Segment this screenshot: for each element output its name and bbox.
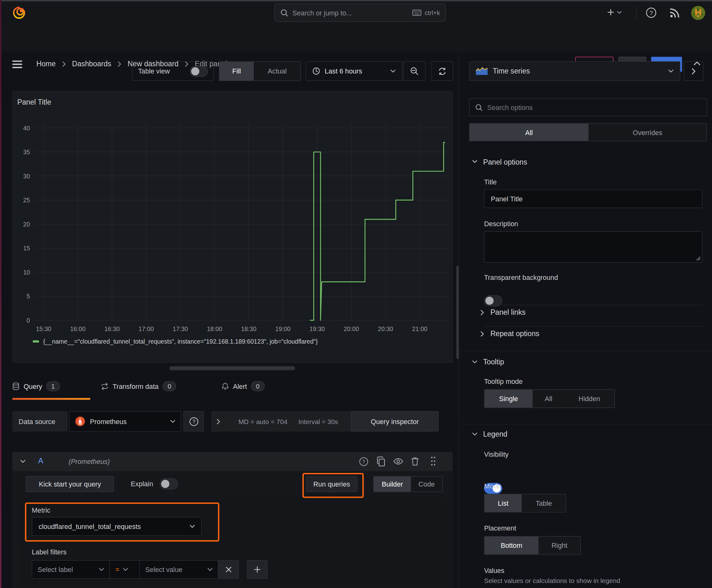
- duplicate-query-button[interactable]: [376, 456, 386, 467]
- table-view-toggle[interactable]: [190, 66, 208, 77]
- tab-alert[interactable]: Alert 0: [222, 380, 265, 393]
- placement-right-option[interactable]: Right: [538, 537, 580, 554]
- tab-overrides[interactable]: Overrides: [589, 123, 707, 141]
- svg-text:5: 5: [27, 293, 30, 300]
- tooltip-mode-label: Tooltip mode: [484, 378, 523, 385]
- chevron-down-icon[interactable]: [20, 460, 25, 463]
- visibility-label: Visibility: [484, 450, 509, 458]
- chevron-right-icon[interactable]: [217, 419, 220, 424]
- panel-options-heading[interactable]: Panel options: [483, 158, 527, 166]
- code-option[interactable]: Code: [411, 477, 442, 491]
- legend-collapse[interactable]: [472, 433, 477, 436]
- tooltip-collapse[interactable]: [472, 360, 477, 363]
- svg-text:30: 30: [23, 173, 30, 180]
- svg-text:?: ?: [362, 459, 365, 465]
- repeat-options-heading[interactable]: Repeat options: [490, 330, 539, 338]
- avatar[interactable]: [691, 6, 705, 20]
- chevron-down-icon: [170, 420, 175, 423]
- description-textarea[interactable]: [484, 231, 703, 262]
- time-range-picker[interactable]: Last 6 hours: [305, 61, 402, 81]
- actual-option[interactable]: Actual: [254, 62, 301, 80]
- query-row-header[interactable]: A (Prometheus) ?: [12, 452, 453, 471]
- transparent-background-label: Transparent background: [484, 274, 558, 281]
- trash-icon: [411, 457, 419, 466]
- remove-filter-button[interactable]: [218, 560, 239, 579]
- refresh-button[interactable]: [431, 61, 453, 81]
- svg-text:16:00: 16:00: [70, 326, 85, 332]
- explain-toggle[interactable]: [160, 478, 178, 489]
- hide-query-button[interactable]: [393, 458, 404, 465]
- legend-label: {__name__="cloudflared_tunnel_total_requ…: [43, 338, 318, 345]
- operator-value: =: [115, 566, 119, 573]
- svg-text:25: 25: [23, 197, 30, 204]
- zoom-out-icon: [410, 67, 418, 76]
- operator-dropdown[interactable]: =: [110, 560, 140, 579]
- transform-icon: [101, 382, 109, 390]
- rss-icon: [669, 7, 681, 19]
- news-button[interactable]: [669, 7, 681, 19]
- tooltip-heading[interactable]: Tooltip: [483, 358, 504, 366]
- visualization-picker[interactable]: Time series: [469, 61, 680, 81]
- builder-option[interactable]: Builder: [373, 477, 411, 491]
- tooltip-all-option[interactable]: All: [533, 390, 564, 407]
- delete-query-button[interactable]: [411, 457, 419, 466]
- tab-all[interactable]: All: [470, 123, 589, 141]
- query-ref-id: A: [38, 457, 43, 466]
- query-datasource-hint: (Prometheus): [68, 458, 110, 465]
- chevron-down-icon: [668, 69, 673, 72]
- grafana-logo-icon[interactable]: [12, 6, 26, 19]
- svg-text:40: 40: [23, 125, 30, 132]
- collapse-options-pane-button[interactable]: [684, 61, 703, 81]
- legend-mode-label: Mode: [484, 482, 501, 490]
- svg-text:10: 10: [23, 269, 30, 276]
- window-left-edge: [0, 0, 1, 588]
- datasource-help-button[interactable]: ?: [184, 411, 204, 432]
- svg-text:?: ?: [649, 10, 653, 16]
- eye-icon: [393, 458, 404, 465]
- search-options-input[interactable]: Search options: [469, 98, 707, 116]
- svg-text:0: 0: [27, 317, 30, 324]
- resize-drag-handle[interactable]: [170, 366, 296, 370]
- sidebar-divider: [459, 51, 459, 588]
- tab-transform-data[interactable]: Transform data 0: [101, 380, 176, 393]
- legend-table-option[interactable]: Table: [522, 495, 566, 512]
- chart-legend-item[interactable]: {__name__="cloudflared_tunnel_total_requ…: [33, 338, 318, 345]
- time-series-chart[interactable]: 051015202530354015:3016:0016:3017:0017:3…: [13, 91, 453, 363]
- tooltip-single-option[interactable]: Single: [484, 390, 533, 407]
- panel-options-collapse[interactable]: [472, 160, 477, 163]
- panel-preview: Panel Title 051015202530354015:3016:0016…: [12, 91, 453, 362]
- resize-handle-icon[interactable]: [696, 256, 700, 261]
- title-input[interactable]: Panel Title: [484, 189, 703, 208]
- legend-heading[interactable]: Legend: [483, 430, 507, 439]
- breadcrumb-dashboards[interactable]: Dashboards: [72, 60, 111, 68]
- select-value-dropdown[interactable]: Select value: [139, 560, 218, 579]
- legend-placement-segment: Bottom Right: [484, 536, 581, 555]
- tab-query[interactable]: Query 1: [12, 380, 60, 393]
- drag-query-handle[interactable]: [430, 456, 436, 466]
- breadcrumb-bar: Home Dashboards New dashboard Edit panel…: [0, 26, 712, 51]
- query-help-button[interactable]: ?: [358, 456, 369, 467]
- copy-icon: [376, 456, 386, 467]
- menu-button[interactable]: [12, 60, 22, 68]
- add-new-button[interactable]: [607, 8, 622, 16]
- legend-list-option[interactable]: List: [484, 495, 522, 512]
- select-label-dropdown[interactable]: Select label: [32, 560, 110, 579]
- select-label-placeholder: Select label: [38, 566, 99, 573]
- datasource-picker[interactable]: Prometheus: [69, 411, 181, 432]
- query-inspector-button[interactable]: Query inspector: [351, 411, 438, 432]
- svg-text:18:30: 18:30: [241, 326, 257, 332]
- svg-text:20:00: 20:00: [344, 326, 359, 332]
- kick-start-query-button[interactable]: Kick start your query: [26, 476, 114, 492]
- breadcrumb-home[interactable]: Home: [37, 60, 56, 68]
- tooltip-hidden-option[interactable]: Hidden: [564, 390, 614, 407]
- zoom-out-button[interactable]: [403, 61, 425, 81]
- help-button[interactable]: ?: [645, 6, 658, 19]
- placement-bottom-option[interactable]: Bottom: [484, 537, 538, 554]
- nav-divider: [636, 7, 637, 19]
- add-filter-button[interactable]: [247, 560, 267, 579]
- fill-option[interactable]: Fill: [219, 62, 254, 80]
- panel-links-collapse[interactable]: [480, 310, 484, 315]
- panel-links-heading[interactable]: Panel links: [490, 309, 525, 317]
- repeat-options-collapse[interactable]: [480, 331, 484, 336]
- global-search-input[interactable]: Search or jump to... ctrl+k: [274, 4, 446, 22]
